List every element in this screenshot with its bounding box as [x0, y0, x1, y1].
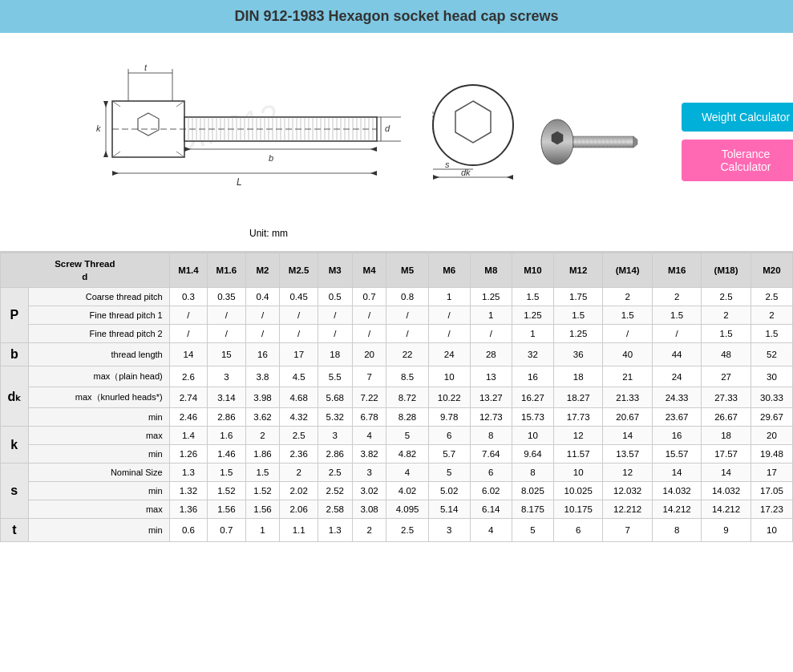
value-cell: 0.5	[318, 288, 352, 306]
value-cell: 13.27	[470, 387, 512, 408]
value-cell: 2	[652, 288, 701, 306]
value-cell: /	[169, 325, 207, 343]
value-cell: 17.05	[751, 482, 792, 500]
sub-label-cell: min	[28, 408, 169, 427]
table-row: min1.321.521.522.022.523.024.025.026.028…	[1, 482, 793, 500]
tolerance-calculator-button[interactable]: Tolerance Calculator	[682, 140, 793, 181]
table-row: kmax1.41.622.534568101214161820	[1, 427, 793, 445]
value-cell: 10	[512, 427, 553, 445]
value-cell: 1.5	[603, 306, 652, 325]
value-cell: 2.5	[702, 288, 751, 306]
value-cell: 26.67	[702, 408, 751, 427]
value-cell: 15.73	[512, 408, 553, 427]
col-m20: M20	[751, 253, 792, 288]
value-cell: 5	[386, 427, 428, 445]
value-cell: 14.032	[652, 482, 701, 500]
value-cell: 2.5	[751, 288, 792, 306]
value-cell: 36	[553, 343, 602, 366]
value-cell: 2.74	[169, 387, 207, 408]
value-cell: 6	[428, 427, 470, 445]
value-cell: /	[280, 306, 318, 325]
value-cell: 9	[702, 519, 751, 542]
value-cell: 0.6	[169, 519, 207, 542]
value-cell: 2.6	[169, 366, 207, 387]
table-row: Fine thread pitch 2/////////11.25//1.51.…	[1, 325, 793, 343]
value-cell: 4	[352, 427, 386, 445]
diagram-section: DIN912 t	[0, 33, 793, 253]
value-cell: 24	[652, 366, 701, 387]
value-cell: 14.212	[652, 500, 701, 519]
col-m3: M3	[318, 253, 352, 288]
value-cell: 1.5	[751, 325, 792, 343]
value-cell: 17	[280, 343, 318, 366]
header-title: DIN 912-1983 Hexagon socket head cap scr…	[234, 8, 558, 24]
value-cell: 1.5	[208, 464, 245, 482]
svg-text:k: k	[96, 123, 101, 133]
value-cell: 1	[512, 325, 553, 343]
value-cell: 2.02	[280, 482, 318, 500]
value-cell: 2.5	[280, 427, 318, 445]
value-cell: 8.28	[386, 408, 428, 427]
diagram-container: DIN912 t	[16, 45, 521, 239]
value-cell: 5.14	[428, 500, 470, 519]
value-cell: 18	[702, 427, 751, 445]
table-row: tmin0.60.711.11.322.5345678910	[1, 519, 793, 542]
value-cell: 5	[428, 464, 470, 482]
table-row: dₖmax（plain head)2.633.84.55.578.5101316…	[1, 366, 793, 387]
value-cell: 4.68	[280, 387, 318, 408]
value-cell: 15.57	[652, 445, 701, 464]
value-cell: 19.48	[751, 445, 792, 464]
col-m4: M4	[352, 253, 386, 288]
svg-text:d: d	[385, 123, 390, 133]
value-cell: 40	[603, 343, 652, 366]
value-cell: 1.25	[470, 288, 512, 306]
value-cell: 5.5	[318, 366, 352, 387]
value-cell: 1.5	[245, 464, 280, 482]
value-cell: 14	[169, 343, 207, 366]
value-cell: 4.095	[386, 500, 428, 519]
value-cell: 8.175	[512, 500, 553, 519]
sub-label-cell: Coarse thread pitch	[28, 288, 169, 306]
sub-label-cell: Fine thread pitch 1	[28, 306, 169, 325]
value-cell: /	[245, 306, 280, 325]
main-label-cell: t	[1, 519, 29, 542]
value-cell: /	[603, 325, 652, 343]
value-cell: 1.26	[169, 445, 207, 464]
value-cell: 0.7	[352, 288, 386, 306]
table-header-row: Screw Threadd M1.4 M1.6 M2 M2.5 M3 M4 M5…	[1, 253, 793, 288]
value-cell: 10.175	[553, 500, 602, 519]
value-cell: 3.82	[352, 445, 386, 464]
sub-label-cell: Fine thread pitch 2	[28, 325, 169, 343]
value-cell: /	[208, 325, 245, 343]
value-cell: /	[652, 325, 701, 343]
value-cell: 7	[352, 366, 386, 387]
value-cell: 12.73	[470, 408, 512, 427]
col-m14b: (M14)	[603, 253, 652, 288]
value-cell: 29.67	[751, 408, 792, 427]
value-cell: 4	[386, 464, 428, 482]
value-cell: 3	[428, 519, 470, 542]
value-cell: 1	[470, 306, 512, 325]
value-cell: 6	[470, 464, 512, 482]
value-cell: 10	[428, 366, 470, 387]
value-cell: 2	[352, 519, 386, 542]
value-cell: 1.52	[245, 482, 280, 500]
col-m5: M5	[386, 253, 428, 288]
buttons-container: Weight Calculator Tolerance Calculator	[682, 103, 793, 181]
value-cell: 17	[751, 464, 792, 482]
main-label-cell: k	[1, 427, 29, 464]
value-cell: 32	[512, 343, 553, 366]
value-cell: 2.58	[318, 500, 352, 519]
diagram-and-photo: DIN912 t	[16, 45, 521, 221]
table-row: max（knurled heads*)2.743.143.984.685.687…	[1, 387, 793, 408]
value-cell: 3.8	[245, 366, 280, 387]
value-cell: 18	[553, 366, 602, 387]
value-cell: 1.3	[169, 464, 207, 482]
value-cell: 3	[352, 464, 386, 482]
value-cell: 8.025	[512, 482, 553, 500]
weight-calculator-button[interactable]: Weight Calculator	[682, 103, 793, 132]
value-cell: 16	[245, 343, 280, 366]
value-cell: 44	[652, 343, 701, 366]
value-cell: 2	[280, 464, 318, 482]
value-cell: 20.67	[603, 408, 652, 427]
